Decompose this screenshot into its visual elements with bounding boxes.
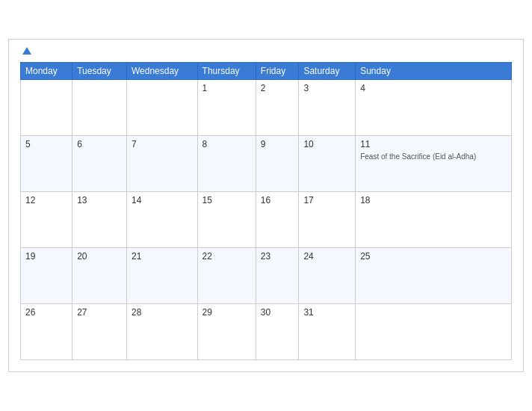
calendar-cell: 25 <box>356 248 512 304</box>
day-number: 28 <box>132 307 193 318</box>
day-number: 12 <box>25 195 67 206</box>
calendar-cell: 29 <box>197 304 256 360</box>
week-row-3: 12131415161718 <box>21 192 512 248</box>
calendar-cell: 10 <box>299 136 356 192</box>
day-number: 1 <box>202 83 251 93</box>
calendar-cell: 17 <box>299 192 356 248</box>
calendar-cell: 30 <box>256 304 299 360</box>
calendar-cell: 11Feast of the Sacrifice (Eid al-Adha) <box>356 136 512 192</box>
day-number: 10 <box>303 139 350 149</box>
calendar-cell: 8 <box>197 136 256 192</box>
calendar-cell: 24 <box>299 248 356 304</box>
calendar-cell: 18 <box>356 192 512 248</box>
calendar-container: MondayTuesdayWednesdayThursdayFridaySatu… <box>8 39 524 372</box>
day-number: 8 <box>202 139 251 149</box>
day-number: 24 <box>303 251 350 262</box>
week-row-2: 567891011Feast of the Sacrifice (Eid al-… <box>21 136 512 192</box>
calendar-cell: 14 <box>126 192 197 248</box>
weekday-header-row: MondayTuesdayWednesdayThursdayFridaySatu… <box>21 63 512 80</box>
calendar-cell: 13 <box>72 192 127 248</box>
calendar-cell <box>21 80 72 136</box>
day-number: 17 <box>303 195 350 206</box>
day-number: 22 <box>202 251 251 262</box>
day-number: 14 <box>132 195 193 206</box>
day-number: 21 <box>132 251 193 262</box>
calendar-grid: MondayTuesdayWednesdayThursdayFridaySatu… <box>20 62 512 360</box>
day-number: 20 <box>77 251 122 262</box>
day-number: 16 <box>261 195 294 206</box>
day-number: 4 <box>360 83 507 93</box>
calendar-cell <box>356 304 512 360</box>
day-number: 30 <box>261 307 294 318</box>
calendar-cell: 21 <box>126 248 197 304</box>
calendar-cell: 20 <box>72 248 127 304</box>
day-number: 23 <box>261 251 294 262</box>
calendar-cell: 1 <box>197 80 256 136</box>
day-number: 5 <box>25 139 67 149</box>
holiday-text: Feast of the Sacrifice (Eid al-Adha) <box>360 152 476 161</box>
calendar-cell: 28 <box>126 304 197 360</box>
calendar-cell: 2 <box>256 80 299 136</box>
calendar-cell <box>126 80 197 136</box>
day-number: 27 <box>77 307 122 318</box>
calendar-cell: 9 <box>256 136 299 192</box>
day-number: 15 <box>202 195 251 206</box>
weekday-header-monday: Monday <box>21 63 72 80</box>
day-number: 13 <box>77 195 122 206</box>
weekday-header-sunday: Sunday <box>356 63 512 80</box>
weekday-header-wednesday: Wednesday <box>126 63 197 80</box>
day-number: 26 <box>25 307 67 318</box>
week-row-5: 262728293031 <box>21 304 512 360</box>
calendar-cell: 15 <box>197 192 256 248</box>
logo-general <box>20 47 31 56</box>
weekday-header-thursday: Thursday <box>197 63 256 80</box>
calendar-cell: 16 <box>256 192 299 248</box>
day-number: 25 <box>360 251 507 262</box>
calendar-cell: 5 <box>21 136 72 192</box>
day-number: 2 <box>261 83 294 93</box>
day-number: 9 <box>261 139 294 149</box>
calendar-cell: 12 <box>21 192 72 248</box>
calendar-cell: 4 <box>356 80 512 136</box>
day-number: 31 <box>303 307 350 318</box>
weekday-header-tuesday: Tuesday <box>72 63 127 80</box>
day-number: 3 <box>303 83 350 93</box>
calendar-cell: 3 <box>299 80 356 136</box>
day-number: 18 <box>360 195 507 206</box>
calendar-cell: 23 <box>256 248 299 304</box>
calendar-cell: 26 <box>21 304 72 360</box>
calendar-header <box>20 47 512 56</box>
calendar-cell: 19 <box>21 248 72 304</box>
calendar-cell: 31 <box>299 304 356 360</box>
day-number: 19 <box>25 251 67 262</box>
week-row-1: 1234 <box>21 80 512 136</box>
calendar-cell: 22 <box>197 248 256 304</box>
logo <box>20 47 31 56</box>
calendar-cell: 6 <box>72 136 127 192</box>
day-number: 11 <box>360 139 507 149</box>
logo-triangle-icon <box>22 47 31 55</box>
week-row-4: 19202122232425 <box>21 248 512 304</box>
calendar-cell: 7 <box>126 136 197 192</box>
calendar-cell <box>72 80 127 136</box>
weekday-header-saturday: Saturday <box>299 63 356 80</box>
day-number: 6 <box>77 139 122 149</box>
weekday-header-friday: Friday <box>256 63 299 80</box>
day-number: 7 <box>132 139 193 149</box>
day-number: 29 <box>202 307 251 318</box>
calendar-cell: 27 <box>72 304 127 360</box>
